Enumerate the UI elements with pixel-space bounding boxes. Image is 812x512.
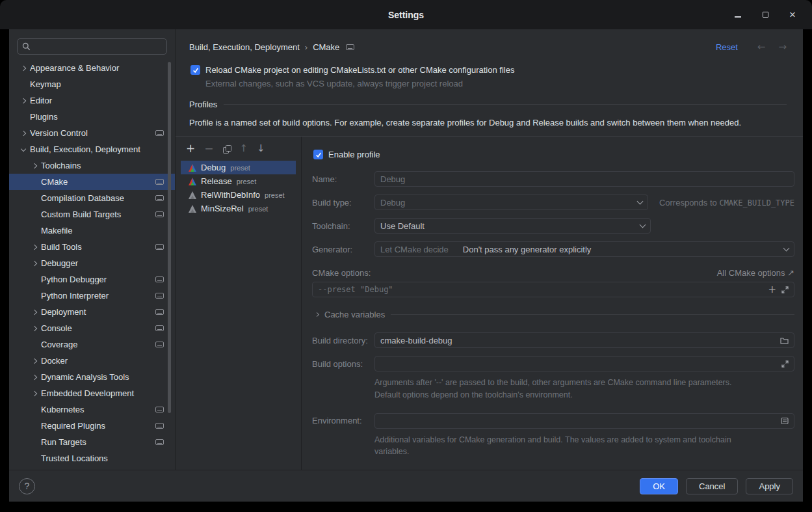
minimize-button[interactable] xyxy=(733,10,743,20)
chevron-icon[interactable] xyxy=(33,375,41,379)
move-up-icon[interactable]: ↑ xyxy=(240,144,248,154)
sidebar-scrollbar[interactable] xyxy=(168,62,171,413)
cache-variables-toggle[interactable]: Cache variables xyxy=(313,310,794,319)
profile-form: Enable profile Name: Debug Build type: D… xyxy=(302,137,803,470)
sidebar-item[interactable]: Docker xyxy=(9,353,175,369)
chevron-down-icon[interactable] xyxy=(636,198,643,205)
profile-list-item[interactable]: Release preset xyxy=(181,174,296,188)
help-button[interactable]: ? xyxy=(19,478,35,494)
profile-list-item[interactable]: MinSizeRel preset xyxy=(181,202,296,215)
cancel-button[interactable]: Cancel xyxy=(686,478,738,494)
search-input[interactable] xyxy=(34,42,162,51)
forward-arrow-icon[interactable]: → xyxy=(778,41,787,53)
screen-settings-icon xyxy=(155,439,164,445)
sidebar-item[interactable]: Python Debugger xyxy=(9,271,175,288)
sidebar-item[interactable]: Coverage xyxy=(9,336,175,353)
sidebar-item-label: Embedded Development xyxy=(41,388,134,398)
sidebar-item[interactable]: Plugins xyxy=(9,109,175,125)
reload-checkbox[interactable] xyxy=(190,65,200,75)
build-type-label: Build type: xyxy=(312,198,374,208)
expand-icon[interactable] xyxy=(781,286,789,293)
close-button[interactable]: × xyxy=(787,10,798,20)
chevron-icon[interactable] xyxy=(21,99,30,103)
window-title: Settings xyxy=(0,10,812,20)
sidebar-item[interactable]: Kubernetes xyxy=(9,401,175,418)
sidebar-item[interactable]: Required Plugins xyxy=(9,418,175,434)
maximize-button[interactable] xyxy=(760,10,770,20)
chevron-icon[interactable] xyxy=(21,148,30,151)
enable-profile-label[interactable]: Enable profile xyxy=(328,150,380,159)
build-options-field[interactable] xyxy=(374,356,794,371)
chevron-down-icon[interactable] xyxy=(783,245,790,252)
chevron-icon[interactable] xyxy=(33,392,41,396)
sidebar-item[interactable]: Custom Build Targets xyxy=(9,206,175,222)
sidebar-item[interactable]: CMake xyxy=(9,174,175,190)
sidebar-item[interactable]: Python Interpreter xyxy=(9,288,175,304)
reload-checkbox-label[interactable]: Reload CMake project on editing CMakeLis… xyxy=(205,65,514,75)
profile-suffix: preset xyxy=(248,205,268,213)
sidebar-item[interactable]: Keymap xyxy=(9,76,175,92)
name-row: Name: Debug xyxy=(312,171,794,187)
cmake-options-value: --preset "Debug" xyxy=(318,285,763,294)
build-options-label: Build options: xyxy=(312,359,374,369)
build-options-help-line1: Arguments after '--' are passed to the b… xyxy=(374,377,794,389)
back-arrow-icon[interactable]: ← xyxy=(757,41,766,53)
sidebar-item[interactable]: Version Control xyxy=(9,125,175,141)
sidebar-item[interactable]: Run Targets xyxy=(9,434,175,450)
sidebar-item[interactable]: Debugger xyxy=(9,255,175,271)
move-down-icon[interactable]: ↓ xyxy=(257,144,265,154)
ok-button[interactable]: OK xyxy=(640,478,678,494)
sidebar-item[interactable]: Makefile xyxy=(9,222,175,239)
sidebar-item[interactable]: Appearance & Behavior xyxy=(9,60,175,76)
add-profile-button[interactable]: + xyxy=(186,143,195,154)
sidebar-item[interactable]: Toolchains xyxy=(9,157,175,174)
chevron-icon[interactable] xyxy=(33,262,41,265)
name-field[interactable]: Debug xyxy=(374,171,794,187)
remove-profile-button[interactable]: − xyxy=(204,143,213,154)
breadcrumb-item-build-execution-deployment[interactable]: Build, Execution, Deployment xyxy=(189,42,300,52)
folder-icon[interactable] xyxy=(780,337,789,344)
cmake-options-field[interactable]: --preset "Debug" + xyxy=(312,282,794,297)
sidebar-item[interactable]: Build, Execution, Deployment xyxy=(9,141,175,157)
profile-suffix: preset xyxy=(265,191,285,199)
sidebar-item[interactable]: Trusted Locations xyxy=(9,450,175,466)
sidebar-item[interactable]: Embedded Development xyxy=(9,385,175,401)
build-type-select[interactable]: Debug xyxy=(374,195,648,210)
chevron-icon[interactable] xyxy=(33,245,41,249)
chevron-icon[interactable] xyxy=(21,131,30,135)
sidebar-item-label: Docker xyxy=(41,356,68,366)
profile-list-item[interactable]: Debug preset xyxy=(181,161,296,174)
build-directory-field[interactable]: cmake-build-debug xyxy=(374,332,794,348)
name-label: Name: xyxy=(312,174,374,184)
copy-profile-icon[interactable] xyxy=(223,145,231,153)
sidebar-item[interactable]: Compilation Database xyxy=(9,190,175,206)
all-cmake-options-link[interactable]: All CMake options ↗ xyxy=(717,268,794,278)
breadcrumb-item-cmake[interactable]: CMake xyxy=(313,42,339,52)
chevron-down-icon[interactable] xyxy=(640,222,646,228)
search-box[interactable] xyxy=(17,38,167,55)
sidebar-item[interactable]: Dynamic Analysis Tools xyxy=(9,369,175,385)
chevron-icon[interactable] xyxy=(33,327,41,330)
apply-button[interactable]: Apply xyxy=(746,478,793,494)
screen-settings-icon xyxy=(155,179,164,185)
sidebar-item[interactable]: Editor xyxy=(9,92,175,109)
chevron-icon[interactable] xyxy=(33,164,41,168)
environment-field[interactable] xyxy=(374,413,794,429)
sidebar-item[interactable]: Console xyxy=(9,320,175,336)
environment-variables-icon[interactable] xyxy=(781,417,789,425)
expand-icon[interactable] xyxy=(781,360,789,368)
reset-link[interactable]: Reset xyxy=(716,42,738,52)
add-option-icon[interactable]: + xyxy=(768,285,776,295)
environment-row: Environment: xyxy=(312,413,794,429)
sidebar-item[interactable]: Deployment xyxy=(9,304,175,320)
profile-list-item[interactable]: RelWithDebInfo preset xyxy=(181,188,296,202)
chevron-icon[interactable] xyxy=(33,310,41,314)
chevron-icon[interactable] xyxy=(21,66,30,70)
sidebar-item[interactable]: Build Tools xyxy=(9,239,175,255)
toolchain-select[interactable]: Use Default xyxy=(374,218,651,234)
settings-content: Build, Execution, Deployment › CMake Res… xyxy=(176,29,803,470)
generator-select[interactable]: Let CMake decide Don't pass any generato… xyxy=(374,241,794,257)
chevron-icon[interactable] xyxy=(33,359,41,363)
window-controls: × xyxy=(733,10,798,20)
enable-profile-checkbox[interactable] xyxy=(313,150,323,159)
